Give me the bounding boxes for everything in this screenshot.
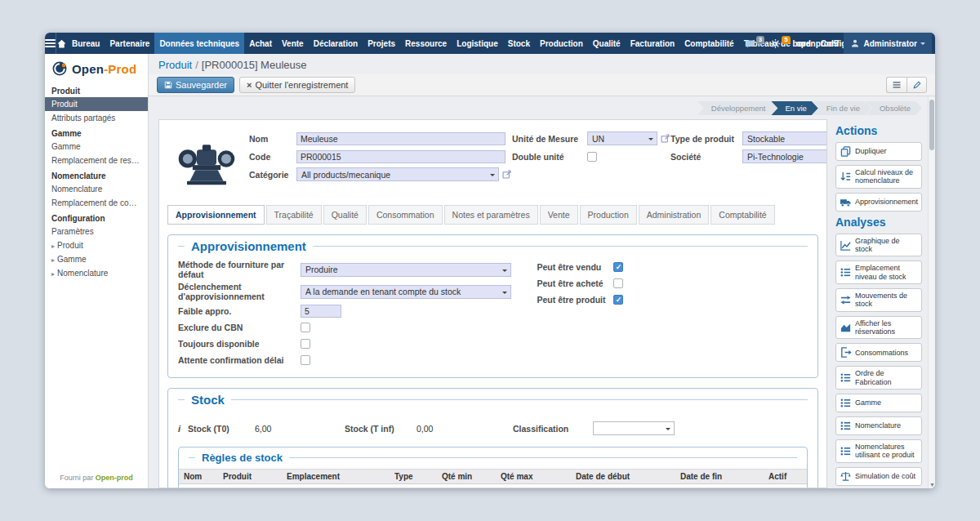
uom-select[interactable]: UN [587, 131, 657, 145]
menu-item-facturation[interactable]: Facturation [626, 33, 679, 54]
sidebar-item-remplacement-ressource[interactable]: Remplacement de ressour... [45, 154, 148, 167]
rules-col-type[interactable]: Type [390, 470, 437, 484]
can-buy-checkbox[interactable] [613, 278, 623, 288]
tab-approvisionnement[interactable]: Approvisionnement [167, 205, 265, 225]
analysis-simulation-de-cout-button[interactable]: Simulation de coût [835, 467, 922, 486]
company-select[interactable]: Pi-Technologie [742, 149, 827, 163]
rules-col-qte-max[interactable]: Qté max [496, 470, 571, 484]
analysis-consommations-button[interactable]: Consommations [835, 343, 922, 362]
sidebar-item-config-gamme[interactable]: ▸Gamme [45, 252, 148, 266]
code-input[interactable] [296, 150, 506, 163]
category-select[interactable]: All products/mecanique [296, 167, 499, 181]
menu-item-partenaire[interactable]: Partenaire [105, 33, 154, 54]
action-approvisionnement-button[interactable]: Approvisionnement [835, 193, 922, 212]
add-stock-rule-link[interactable]: Ajouter un élément [184, 488, 256, 488]
tab-tracabilite[interactable]: Traçabilité [266, 205, 322, 225]
rules-col-actif[interactable]: Actif [764, 470, 807, 484]
analysis-emplacement-niveau-button[interactable]: Emplacement niveau de stock [835, 260, 922, 284]
vertical-scrollbar[interactable]: ▼ [928, 97, 935, 488]
analysis-gamme-button[interactable]: Gamme [835, 394, 922, 412]
supply-method-select[interactable]: Produire [301, 263, 511, 277]
rules-col-date-fin[interactable]: Date de fin [675, 470, 764, 484]
status-step-en-vie[interactable]: En vie [771, 101, 817, 115]
analysis-nomenclature-button[interactable]: Nomenclature [835, 416, 922, 435]
menu-item-stock[interactable]: Stock [503, 33, 535, 54]
sidebar-item-config-nomenclature[interactable]: ▸Nomenclature [45, 266, 148, 280]
rules-col-qte-min[interactable]: Qté min [437, 470, 496, 484]
action-dupliquer-button[interactable]: Dupliquer [835, 142, 922, 161]
can-produce-checkbox[interactable] [613, 295, 623, 305]
menu-toggle-button[interactable] [45, 33, 56, 54]
menu-item-projets[interactable]: Projets [363, 33, 400, 54]
wait-confirmation-checkbox[interactable] [301, 355, 310, 365]
dual-unit-checkbox[interactable] [587, 152, 597, 162]
menu-item-production[interactable]: Production [535, 33, 588, 54]
menu-item-vente[interactable]: Vente [277, 33, 309, 54]
rules-col-nom[interactable]: Nom [179, 470, 218, 484]
can-sell-checkbox[interactable] [613, 262, 623, 272]
menu-item-logistique[interactable]: Logistique [452, 33, 503, 54]
breadcrumb-section-link[interactable]: Produit [158, 59, 192, 71]
menu-item-declaration[interactable]: Déclaration [309, 33, 363, 54]
form-view-button[interactable] [906, 77, 927, 93]
tab-administration[interactable]: Administration [639, 205, 710, 225]
menu-item-bureau[interactable]: Bureau [67, 33, 105, 54]
analysis-mouvements-de-stock-button[interactable]: Mouvements de stock [835, 288, 922, 312]
chevron-down-icon [490, 174, 495, 179]
sidebar-item-gamme[interactable]: Gamme [45, 140, 148, 154]
sidebar-item-remplacement-composant[interactable]: Remplacement de compo... [45, 196, 148, 210]
menu-item-comptabilite[interactable]: Comptabilité [679, 33, 739, 54]
classification-select[interactable] [593, 421, 675, 435]
tab-production[interactable]: Production [580, 205, 637, 225]
product-image[interactable] [169, 131, 244, 194]
status-step-fin-de-vie[interactable]: Fin de vie [813, 101, 871, 115]
edit-pencil-icon [912, 80, 922, 90]
save-button[interactable]: Sauvegarder [157, 77, 234, 93]
list-view-button[interactable] [886, 77, 906, 93]
sidebar-item-attributs-partages[interactable]: Attributs partagés [45, 111, 148, 125]
rules-col-produit[interactable]: Produit [218, 470, 282, 484]
sidebar-item-produit[interactable]: Produit [45, 97, 148, 111]
tab-qualite[interactable]: Qualité [323, 205, 367, 225]
menu-item-qualite[interactable]: Qualité [588, 33, 626, 54]
message-bubble-icon [745, 38, 755, 49]
analysis-ordre-de-fabrication-button[interactable]: Ordre de Fabrication [835, 366, 922, 390]
product-type-select[interactable]: Stockable [742, 131, 827, 145]
procurement-section: Approvisionnement Méthode de fourniture … [167, 234, 818, 378]
home-button[interactable] [56, 33, 67, 54]
uom-open-record-button[interactable] [660, 133, 670, 144]
always-available-checkbox[interactable] [301, 339, 310, 349]
rules-col-date-debut[interactable]: Date de début [571, 470, 675, 484]
scrollbar-thumb[interactable] [929, 100, 934, 150]
status-step-developpement[interactable]: Développement [697, 101, 777, 115]
discard-button[interactable]: × Quitter l'enregistrement [239, 77, 355, 93]
procurement-trigger-select[interactable]: A la demande en tenant compte du stock [301, 285, 511, 299]
user-menu[interactable]: Administrator [844, 33, 932, 54]
category-open-record-button[interactable] [501, 169, 512, 180]
analysis-nomenclatures-utilisant-button[interactable]: Nomenclatures utilisant ce produit [835, 439, 922, 463]
tab-consommation[interactable]: Consommation [368, 205, 443, 225]
scrollbar-down-arrow[interactable]: ▼ [929, 482, 935, 488]
footer-brand-link[interactable]: Open-prod [96, 474, 133, 482]
sidebar-item-nomenclature[interactable]: Nomenclature [45, 182, 148, 196]
low-procurement-input[interactable] [301, 305, 341, 318]
messages-button[interactable]: 3 [745, 38, 764, 49]
action-calcul-niveaux-button[interactable]: Calcul niveaux de nomenclature [835, 165, 922, 189]
sidebar-item-config-produit[interactable]: ▸Produit [45, 238, 148, 252]
menu-item-donnees-techniques[interactable]: Données techniques [154, 33, 244, 54]
name-input[interactable] [296, 132, 506, 145]
analysis-graphique-de-stock-button[interactable]: Graphique de stock [835, 234, 922, 257]
tab-comptabilite[interactable]: Comptabilité [710, 205, 774, 225]
status-step-obsolete[interactable]: Obsolète [866, 101, 922, 115]
sidebar-item-parametres[interactable]: Paramètres [45, 225, 148, 238]
menu-item-achat[interactable]: Achat [244, 33, 277, 54]
alerts-button[interactable]: 5 [770, 38, 790, 49]
tab-vente[interactable]: Vente [540, 205, 578, 225]
exclude-cbn-checkbox[interactable] [301, 323, 310, 332]
rules-col-emplacement[interactable]: Emplacement [282, 470, 390, 484]
user-avatar-icon [850, 38, 860, 48]
stock-moves-icon [840, 294, 852, 306]
menu-item-ressource[interactable]: Ressource [400, 33, 452, 54]
analysis-afficher-reservations-button[interactable]: Afficher les réservations [835, 316, 922, 340]
tab-notes-et-parametres[interactable]: Notes et paramètres [444, 205, 538, 225]
